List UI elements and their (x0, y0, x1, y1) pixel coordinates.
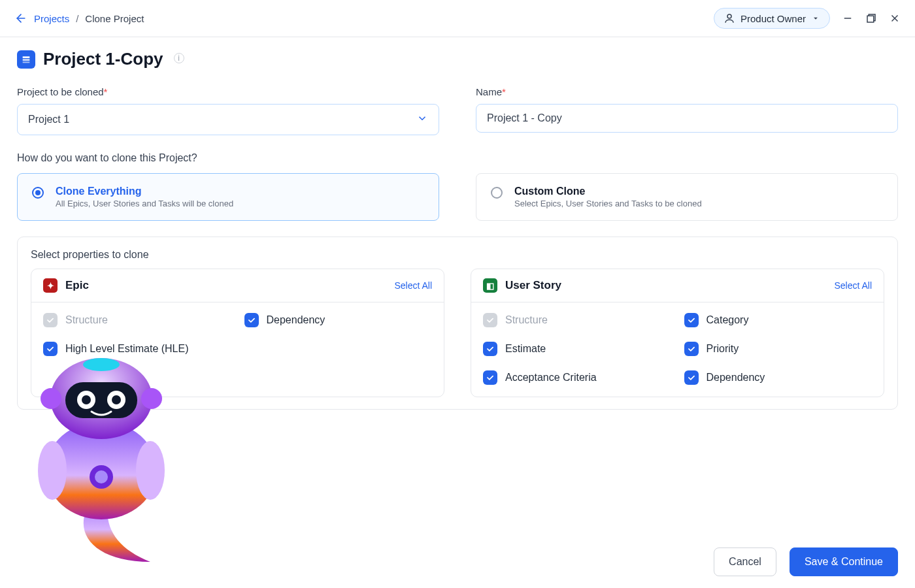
svg-rect-16 (65, 382, 137, 418)
svg-point-20 (112, 395, 121, 404)
clone-mode-custom[interactable]: Custom Clone Select Epics, User Stories … (476, 173, 898, 221)
svg-point-14 (95, 470, 108, 483)
epic-label: Epic (65, 279, 89, 292)
clone-mode-everything[interactable]: Clone Everything All Epics, User Stories… (17, 173, 439, 221)
svg-point-1 (727, 14, 731, 18)
role-selector-label: Product Owner (740, 13, 806, 24)
info-icon[interactable]: i (174, 53, 184, 63)
breadcrumb-root-link[interactable]: Projects (34, 13, 69, 24)
svg-point-19 (82, 395, 91, 404)
story-properties-card: ◧ User Story Select All Structure Catego… (471, 269, 884, 397)
title-row: Project 1-Copy i (17, 49, 898, 69)
svg-rect-8 (23, 59, 30, 61)
checkbox-icon (483, 313, 497, 327)
maximize-icon[interactable] (865, 12, 877, 24)
page-title: Project 1-Copy (43, 49, 163, 69)
epic-select-all[interactable]: Select All (394, 280, 432, 291)
story-select-all[interactable]: Select All (834, 280, 872, 291)
epic-badge-icon: ✦ (43, 278, 58, 293)
properties-panel-title: Select properties to clone (31, 249, 884, 261)
clone-mode-desc: All Epics, User Stories and Tasks will b… (56, 199, 233, 208)
svg-point-21 (83, 358, 120, 371)
svg-point-11 (38, 441, 67, 500)
project-icon (17, 50, 35, 69)
svg-rect-4 (867, 16, 874, 22)
caret-down-icon (811, 14, 820, 23)
source-project-value: Project 1 (28, 114, 69, 125)
property-item: Structure (483, 313, 671, 327)
mascot-robot-icon (26, 353, 176, 568)
checkbox-icon[interactable] (483, 342, 497, 356)
close-icon[interactable] (889, 12, 901, 24)
checkbox-icon[interactable] (483, 370, 497, 385)
minimize-icon[interactable] (842, 12, 854, 24)
cancel-button[interactable]: Cancel (714, 547, 776, 576)
property-label: Structure (65, 314, 108, 326)
back-arrow-icon[interactable] (14, 12, 27, 25)
role-selector[interactable]: Product Owner (714, 8, 830, 29)
name-label: Name (476, 86, 502, 97)
topbar: Projects / Clone Project Product Owner (0, 0, 915, 37)
chevron-down-icon (416, 112, 428, 127)
clone-mode-title: Clone Everything (56, 186, 233, 197)
source-project-field: Project to be cloned* Project 1 (17, 86, 439, 135)
property-item[interactable]: Acceptance Criteria (483, 370, 671, 385)
radio-icon (491, 187, 503, 199)
property-label: Dependency (707, 372, 765, 384)
property-label: Acceptance Criteria (505, 372, 597, 384)
property-item[interactable]: Dependency (684, 370, 873, 385)
story-properties-list: Structure Category Estimate Priority Acc… (471, 302, 884, 397)
property-item[interactable]: Category (684, 313, 873, 327)
breadcrumb-separator: / (76, 13, 78, 24)
window-controls: Product Owner (714, 8, 901, 29)
footer-actions: Cancel Save & Continue (714, 547, 898, 576)
story-badge-icon: ◧ (483, 278, 497, 293)
svg-rect-7 (23, 56, 30, 58)
name-input[interactable] (476, 104, 898, 133)
checkbox-icon[interactable] (244, 313, 259, 327)
source-project-label: Project to be cloned (17, 86, 104, 97)
checkbox-icon[interactable] (684, 342, 699, 356)
name-field: Name* (476, 86, 898, 135)
story-label: User Story (505, 279, 561, 292)
save-continue-button[interactable]: Save & Continue (790, 547, 898, 576)
clone-mode-question: How do you want to clone this Project? (17, 152, 898, 164)
property-label: Category (707, 314, 749, 326)
property-label: Structure (505, 314, 548, 326)
svg-point-12 (136, 441, 165, 500)
property-item[interactable]: Priority (684, 342, 873, 356)
breadcrumb: Projects / Clone Project (14, 12, 144, 25)
property-label: Estimate (505, 343, 546, 355)
source-project-select[interactable]: Project 1 (17, 104, 439, 135)
clone-mode-title: Custom Clone (514, 186, 702, 197)
checkbox-icon[interactable] (684, 370, 699, 385)
svg-rect-9 (23, 61, 30, 63)
svg-point-22 (41, 388, 61, 409)
svg-point-23 (141, 388, 162, 409)
clone-mode-desc: Select Epics, User Stories and Tasks to … (514, 199, 702, 208)
property-item[interactable]: Estimate (483, 342, 671, 356)
checkbox-icon (43, 313, 58, 327)
property-label: Priority (707, 343, 739, 355)
checkbox-icon[interactable] (684, 313, 699, 327)
breadcrumb-current: Clone Project (85, 13, 144, 24)
property-label: Dependency (267, 314, 325, 326)
property-item[interactable]: Dependency (244, 313, 433, 327)
property-item: Structure (43, 313, 231, 327)
radio-icon (32, 187, 44, 199)
